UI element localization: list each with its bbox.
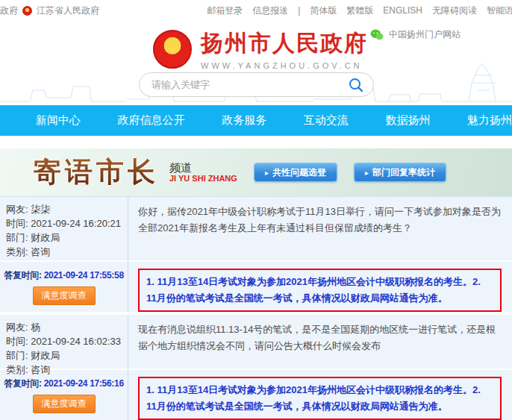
search-icon[interactable] [348,77,364,93]
answer-text: 1. 11月13至14日考试对象为参加2021年扬州地区会计中级职称报名的考生。… [138,269,502,312]
time-label: 时间: [6,218,28,229]
satisfaction-survey-button[interactable]: 满意度调查 [33,286,96,305]
question-time: 2021-09-24 16:02:33 [31,336,121,347]
time-label: 时间: [6,336,28,347]
site-logo[interactable]: ★ 扬州市人民政府 WWW.YANGZHOU.GOV.CN [153,28,368,70]
simplified-chinese-link[interactable]: 简体版 [310,4,337,17]
nav-item-data[interactable]: 数据扬州 [385,113,430,128]
channel-label: 频道 [169,161,237,174]
page: 政府 江苏省人民政府 邮箱登录 信息报送 | 简体版 繁體版 ENGLISH 无… [0,0,512,420]
arrow-icon: ▸ [365,169,369,177]
channel-title: 寄语市长 [34,154,159,191]
common-issues-button[interactable]: ▸ 共性问题选登 [254,163,337,182]
info-report-link[interactable]: 信息报送 [252,4,288,17]
message-board: 网友: 柒柒 时间: 2021-09-24 16:20:21 部门: 财政局 类… [0,196,512,420]
topbar-divider: | [298,5,300,16]
dept-label: 部门: [6,350,28,361]
wechat-portal-link[interactable]: 中国扬州门户网站 [370,28,461,41]
reply-time-label: 答复时间: [4,378,42,389]
english-link[interactable]: ENGLISH [383,5,422,16]
mail-login-link[interactable]: 邮箱登录 [207,4,243,17]
question-row: 网友: 柒柒 时间: 2021-09-24 16:20:21 部门: 财政局 类… [0,197,512,262]
accessibility-link[interactable]: 无障碍阅读 [432,4,477,17]
reply-row: 答复时间: 2021-09-24 17:55:58 满意度调查 1. 11月13… [0,262,512,315]
wechat-portal-label: 中国扬州门户网站 [389,28,461,41]
reply-time-value: 2021-09-24 17:56:16 [44,378,124,389]
channel-banner: 寄语市长 频道 JI YU SHI ZHANG ▸ 共性问题选登 ▸ 部门回复率… [0,148,512,196]
topbar-links: 邮箱登录 信息报送 | 简体版 繁體版 ENGLISH 无障碍阅读 智能语音 [207,0,512,21]
question-row: 网友: 杨 时间: 2021-09-24 16:02:33 部门: 财政局 类别… [0,315,512,370]
question-text: 你好，据传2021年中级会计职称考试于11月13日举行，请问一下考试参加对象是否… [138,204,502,236]
site-header: ★ 扬州市人民政府 WWW.YANGZHOU.GOV.CN 中国扬州门户网站 [0,21,512,105]
jiangsu-gov-link[interactable]: 江苏省人民政府 [37,4,99,17]
top-utility-bar: 政府 江苏省人民政府 邮箱登录 信息报送 | 简体版 繁體版 ENGLISH 无… [0,0,512,21]
traditional-chinese-link[interactable]: 繁體版 [346,4,373,17]
nav-item-charm[interactable]: 魅力扬州 [467,113,512,128]
channel-pinyin: JI YU SHI ZHANG [169,174,237,184]
category-value: 咨询 [31,246,50,257]
question-text: 现在有消息说组织11.13-14号的笔试，是不是全国延期的地区统一进行笔试，还是… [138,322,502,354]
nav-item-gov-info[interactable]: 政府信息公开 [118,113,185,128]
jiangsu-emblem-icon [22,6,32,16]
search-input[interactable] [152,79,348,90]
nav-item-services[interactable]: 政务服务 [222,113,266,128]
reply-time-value: 2021-09-24 17:55:58 [44,270,124,280]
user-label: 网友: [6,204,28,215]
search-box [139,72,374,97]
satisfaction-survey-button[interactable]: 满意度调查 [33,395,96,413]
reply-rate-stats-label: 部门回复率统计 [372,166,435,179]
wechat-icon [370,29,384,41]
user-name: 柒柒 [31,204,50,215]
dept-name: 财政局 [31,350,60,361]
gov-portal-link-fragment[interactable]: 政府 [0,4,18,17]
dept-name: 财政局 [31,232,60,243]
arrow-icon: ▸ [265,169,269,177]
user-name: 杨 [31,322,40,333]
common-issues-label: 共性问题选登 [272,166,326,179]
nav-item-interaction[interactable]: 互动交流 [304,113,349,128]
reply-row: 答复时间: 2021-09-24 17:56:16 满意度调查 1. 11月13… [0,370,512,420]
site-url: WWW.YANGZHOU.GOV.CN [201,61,368,70]
user-label: 网友: [6,322,28,333]
site-title: 扬州市人民政府 [201,28,368,59]
reply-rate-stats-button[interactable]: ▸ 部门回复率统计 [354,163,446,182]
smart-voice-link[interactable]: 智能语音 [487,4,512,17]
reply-time-label: 答复时间: [4,270,42,280]
answer-text: 1. 11月13至14日考试对象为参加2021年扬州地区会计中级职称报名的考生。… [138,377,502,420]
nav-item-news[interactable]: 新闻中心 [36,113,81,128]
dept-label: 部门: [6,232,28,243]
category-label: 类别: [6,246,28,257]
national-emblem-icon: ★ [153,30,192,69]
main-navigation: 新闻中心 政府信息公开 政务服务 互动交流 数据扬州 魅力扬州 [0,105,512,136]
question-time: 2021-09-24 16:20:21 [31,218,121,229]
